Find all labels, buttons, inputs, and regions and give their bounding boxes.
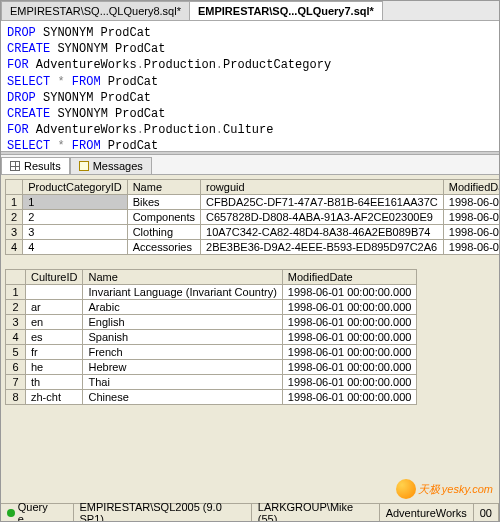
status-user: LARKGROUP\Mike (55)	[252, 504, 380, 521]
cell[interactable]: English	[83, 315, 282, 330]
col-header[interactable]: ProductCategoryID	[23, 180, 128, 195]
cell[interactable]: 1998-06-01 00:00:00.000	[282, 300, 417, 315]
row-number[interactable]: 1	[6, 195, 23, 210]
col-header[interactable]: ModifiedDate	[443, 180, 499, 195]
cell[interactable]: th	[26, 375, 83, 390]
cell[interactable]: 1998-06-01 00:00:00.000	[282, 390, 417, 405]
cell[interactable]: ar	[26, 300, 83, 315]
table-row[interactable]: 33Clothing10A7C342-CA82-48D4-8A38-46A2EB…	[6, 225, 500, 240]
row-number[interactable]: 6	[6, 360, 26, 375]
cell[interactable]: 1998-06-01 00:00:00.000	[282, 285, 417, 300]
cell[interactable]: Hebrew	[83, 360, 282, 375]
cell[interactable]: Arabic	[83, 300, 282, 315]
cell[interactable]: Thai	[83, 375, 282, 390]
document-tabs: EMPIRESTAR\SQ...QLQuery8.sql* EMPIRESTAR…	[1, 1, 499, 21]
cell[interactable]: 4	[23, 240, 128, 255]
cell[interactable]: 1998-06-01 00:00:00.000	[282, 375, 417, 390]
cell[interactable]: 1998-06-01 00:00:00.000	[282, 345, 417, 360]
table-row[interactable]: 7thThai1998-06-01 00:00:00.000	[6, 375, 417, 390]
table-row[interactable]: 5frFrench1998-06-01 00:00:00.000	[6, 345, 417, 360]
results-tab-label: Results	[24, 160, 61, 172]
col-header[interactable]: Name	[127, 180, 200, 195]
table-row[interactable]: 8zh-chtChinese1998-06-01 00:00:00.000	[6, 390, 417, 405]
result-table-1[interactable]: ProductCategoryIDNamerowguidModifiedDate…	[5, 179, 499, 255]
row-number[interactable]: 3	[6, 315, 26, 330]
table-row[interactable]: 6heHebrew1998-06-01 00:00:00.000	[6, 360, 417, 375]
tab-query8[interactable]: EMPIRESTAR\SQ...QLQuery8.sql*	[1, 1, 190, 20]
status-query: Query e…	[1, 504, 74, 521]
cell[interactable]: 1998-06-01 00:00:00.000	[443, 210, 499, 225]
cell[interactable]: 1998-06-01 00:00:00.000	[282, 330, 417, 345]
cell[interactable]: 1998-06-01 00:00:00.000	[282, 360, 417, 375]
messages-icon	[79, 161, 89, 171]
cell[interactable]: CFBDA25C-DF71-47A7-B81B-64EE161AA37C	[201, 195, 444, 210]
result-tabs: Results Messages	[1, 155, 499, 175]
row-number[interactable]: 2	[6, 210, 23, 225]
cell[interactable]: Accessories	[127, 240, 200, 255]
cell[interactable]: 1998-06-01 00:00:00.000	[443, 195, 499, 210]
results-tab[interactable]: Results	[1, 157, 70, 174]
cell[interactable]: 2BE3BE36-D9A2-4EEE-B593-ED895D97C2A6	[201, 240, 444, 255]
tab-query7[interactable]: EMPIRESTAR\SQ...QLQuery7.sql*	[189, 1, 383, 20]
status-ok-icon	[7, 509, 15, 517]
col-header[interactable]: ModifiedDate	[282, 270, 417, 285]
table-row[interactable]: 2arArabic1998-06-01 00:00:00.000	[6, 300, 417, 315]
cell[interactable]: 1998-06-01 00:00:00.000	[443, 225, 499, 240]
status-bar: Query e… EMPIRESTAR\SQL2005 (9.0 SP1) LA…	[1, 503, 499, 521]
row-number[interactable]: 8	[6, 390, 26, 405]
cell[interactable]: Chinese	[83, 390, 282, 405]
cell[interactable]: es	[26, 330, 83, 345]
results-pane: ProductCategoryIDNamerowguidModifiedDate…	[1, 175, 499, 505]
grid-icon	[10, 161, 20, 171]
messages-tab-label: Messages	[93, 160, 143, 172]
cell[interactable]: 1	[23, 195, 128, 210]
cell[interactable]: 2	[23, 210, 128, 225]
table-row[interactable]: 22ComponentsC657828D-D808-4ABA-91A3-AF2C…	[6, 210, 500, 225]
table-row[interactable]: 1Invariant Language (Invariant Country)1…	[6, 285, 417, 300]
cell[interactable]: 10A7C342-CA82-48D4-8A38-46A2EB089B74	[201, 225, 444, 240]
row-number[interactable]: 2	[6, 300, 26, 315]
cell[interactable]: C657828D-D808-4ABA-91A3-AF2CE02300E9	[201, 210, 444, 225]
table-row[interactable]: 3enEnglish1998-06-01 00:00:00.000	[6, 315, 417, 330]
cell[interactable]: Clothing	[127, 225, 200, 240]
col-header[interactable]: Name	[83, 270, 282, 285]
cell[interactable]: Invariant Language (Invariant Country)	[83, 285, 282, 300]
col-header[interactable]	[6, 180, 23, 195]
cell[interactable]: 1998-06-01 00:00:00.000	[443, 240, 499, 255]
result-table-2[interactable]: CultureIDNameModifiedDate1Invariant Lang…	[5, 269, 417, 405]
table-row[interactable]: 4esSpanish1998-06-01 00:00:00.000	[6, 330, 417, 345]
result-grid-1: ProductCategoryIDNamerowguidModifiedDate…	[5, 179, 495, 255]
cell[interactable]: en	[26, 315, 83, 330]
row-number[interactable]: 3	[6, 225, 23, 240]
col-header[interactable]	[6, 270, 26, 285]
table-row[interactable]: 44Accessories2BE3BE36-D9A2-4EEE-B593-ED8…	[6, 240, 500, 255]
cell[interactable]: Bikes	[127, 195, 200, 210]
row-number[interactable]: 7	[6, 375, 26, 390]
messages-tab[interactable]: Messages	[70, 157, 152, 174]
cell[interactable]: he	[26, 360, 83, 375]
row-number[interactable]: 4	[6, 330, 26, 345]
status-time: 00	[474, 504, 499, 521]
result-grid-2: CultureIDNameModifiedDate1Invariant Lang…	[5, 269, 495, 405]
cell[interactable]: 3	[23, 225, 128, 240]
cell[interactable]: Spanish	[83, 330, 282, 345]
cell[interactable]: 1998-06-01 00:00:00.000	[282, 315, 417, 330]
cell[interactable]	[26, 285, 83, 300]
status-db: AdventureWorks	[380, 504, 474, 521]
cell[interactable]: French	[83, 345, 282, 360]
table-row[interactable]: 11BikesCFBDA25C-DF71-47A7-B81B-64EE161AA…	[6, 195, 500, 210]
cell[interactable]: Components	[127, 210, 200, 225]
col-header[interactable]: rowguid	[201, 180, 444, 195]
cell[interactable]: zh-cht	[26, 390, 83, 405]
col-header[interactable]: CultureID	[26, 270, 83, 285]
row-number[interactable]: 4	[6, 240, 23, 255]
row-number[interactable]: 5	[6, 345, 26, 360]
cell[interactable]: fr	[26, 345, 83, 360]
row-number[interactable]: 1	[6, 285, 26, 300]
status-server: EMPIRESTAR\SQL2005 (9.0 SP1)	[74, 504, 252, 521]
sql-editor[interactable]: DROP SYNONYM ProdCat CREATE SYNONYM Prod…	[1, 21, 499, 151]
